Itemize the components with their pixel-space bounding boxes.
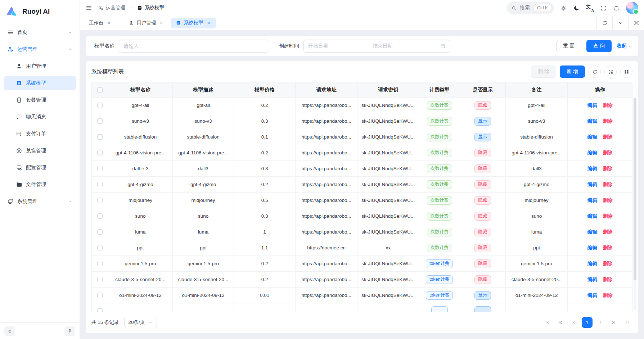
content-fullscreen-button[interactable]: [628, 16, 644, 30]
delete-link[interactable]: 删除: [603, 245, 613, 250]
fullscreen-icon[interactable]: [600, 5, 607, 12]
pin-icon[interactable]: [64, 326, 75, 336]
sidebar-item-user-management[interactable]: 用户管理: [4, 59, 76, 73]
row-checkbox[interactable]: [97, 150, 103, 155]
edit-link[interactable]: 编辑: [587, 103, 597, 108]
reset-button[interactable]: 重 置: [556, 40, 581, 52]
end-date-placeholder[interactable]: 结束日期: [373, 43, 437, 49]
row-checkbox[interactable]: [97, 293, 103, 298]
edit-link[interactable]: 编辑: [587, 213, 597, 219]
sidebar-item-system-management[interactable]: 系统管理: [4, 194, 76, 209]
edit-link[interactable]: 编辑: [587, 166, 597, 171]
tab-system-models[interactable]: 系统模型×: [171, 18, 216, 28]
add-button[interactable]: 新 增: [560, 65, 585, 78]
list-icon: [16, 80, 22, 86]
sidebar-item-file-management[interactable]: 文件管理: [4, 177, 76, 192]
row-checkbox[interactable]: [97, 198, 103, 203]
next-page-button[interactable]: [595, 317, 606, 328]
row-checkbox[interactable]: [97, 103, 103, 108]
sidebar-item-redeem-management[interactable]: 兑换管理: [4, 144, 76, 158]
edit-link[interactable]: 编辑: [587, 150, 597, 155]
delete-link[interactable]: 删除: [603, 213, 613, 219]
cell-name: suno-v3: [108, 113, 173, 129]
next-jump-button[interactable]: [608, 317, 619, 328]
prev-jump-button[interactable]: [555, 317, 566, 328]
page-size-select[interactable]: 20条/页: [124, 317, 157, 328]
edit-link[interactable]: 编辑: [587, 198, 597, 203]
sidebar-item-label: 套餐管理: [26, 97, 72, 103]
row-checkbox[interactable]: [97, 134, 103, 140]
edit-link[interactable]: 编辑: [587, 261, 597, 266]
delete-link[interactable]: 删除: [603, 150, 613, 155]
delete-selected-button[interactable]: 删 除: [531, 65, 556, 78]
hamburger-icon[interactable]: [86, 5, 92, 11]
query-button[interactable]: 查 询: [586, 40, 612, 52]
sidebar-item-system-models[interactable]: 系统模型: [4, 76, 76, 90]
row-checkbox[interactable]: [97, 308, 103, 312]
row-checkbox[interactable]: [97, 166, 103, 171]
select-all-checkbox[interactable]: [97, 87, 103, 93]
sidebar-item-chat-messages[interactable]: 聊天消息: [4, 110, 76, 124]
row-checkbox[interactable]: [97, 229, 103, 235]
delete-link[interactable]: 删除: [603, 134, 613, 140]
breadcrumb-item-operations[interactable]: 运营管理: [98, 5, 125, 11]
current-page-button[interactable]: 1: [582, 317, 593, 328]
select-all-header: [92, 82, 108, 98]
tab-workbench[interactable]: 工作台×: [84, 18, 116, 28]
tab-menu-button[interactable]: [612, 16, 628, 30]
edit-link[interactable]: 编辑: [587, 245, 597, 250]
row-checkbox[interactable]: [97, 118, 103, 124]
row-checkbox[interactable]: [97, 261, 103, 266]
delete-link[interactable]: 删除: [603, 198, 613, 203]
delete-link[interactable]: 删除: [603, 182, 613, 187]
sidebar-item-home[interactable]: 首页: [4, 25, 76, 40]
delete-link[interactable]: 删除: [603, 103, 613, 108]
edit-link[interactable]: 编辑: [587, 134, 597, 140]
start-date-placeholder[interactable]: 开始日期: [308, 43, 362, 49]
delete-link[interactable]: 删除: [603, 261, 613, 266]
translate-icon[interactable]: 文 A: [586, 4, 594, 12]
date-range-picker[interactable]: 开始日期 → 结束日期: [303, 40, 450, 53]
row-checkbox[interactable]: [97, 182, 103, 187]
gear-icon[interactable]: [560, 5, 567, 12]
row-checkbox[interactable]: [97, 213, 103, 219]
delete-link[interactable]: 删除: [603, 166, 613, 171]
column-settings-button[interactable]: [620, 65, 632, 78]
sidebar-collapse-button[interactable]: «: [4, 326, 15, 336]
breadcrumb-item-system-models[interactable]: 系统模型: [137, 5, 164, 11]
sidebar-item-config-management[interactable]: 配置管理: [4, 161, 76, 175]
row-checkbox[interactable]: [97, 277, 103, 282]
edit-link[interactable]: 编辑: [587, 277, 597, 282]
prev-page-button[interactable]: [568, 317, 579, 328]
row-checkbox[interactable]: [97, 245, 103, 250]
edit-link[interactable]: 编辑: [587, 118, 597, 124]
delete-link[interactable]: 删除: [603, 293, 613, 298]
edit-link[interactable]: 编辑: [587, 229, 597, 235]
sidebar-item-operations[interactable]: 运营管理: [4, 42, 76, 56]
delete-link[interactable]: 删除: [603, 277, 613, 282]
expand-icon: [608, 69, 613, 74]
sidebar-item-package-management[interactable]: 套餐管理: [4, 93, 76, 107]
sidebar-item-payment-orders[interactable]: 支付订单: [4, 127, 76, 141]
close-icon[interactable]: ×: [159, 20, 164, 26]
reload-table-button[interactable]: [589, 65, 601, 78]
refresh-tab-button[interactable]: [596, 16, 612, 30]
close-icon[interactable]: ×: [206, 20, 211, 26]
edit-link[interactable]: 编辑: [587, 182, 597, 187]
delete-link[interactable]: 删除: [603, 229, 613, 235]
close-icon[interactable]: ×: [107, 20, 112, 26]
collapse-filter-link[interactable]: 收起: [617, 43, 632, 49]
tab-user-management[interactable]: 用户管理×: [124, 18, 169, 28]
delete-link[interactable]: 删除: [603, 118, 613, 124]
last-page-button[interactable]: [622, 317, 632, 328]
dark-mode-moon-icon[interactable]: [573, 5, 580, 12]
global-search[interactable]: 搜索 Ctrl K: [506, 2, 554, 14]
edit-link[interactable]: 编辑: [587, 293, 597, 298]
first-page-button[interactable]: [542, 317, 553, 328]
model-name-input[interactable]: [119, 40, 268, 53]
table-scrollbar[interactable]: [634, 98, 636, 310]
bell-icon[interactable]: [613, 5, 620, 12]
user-avatar[interactable]: [626, 2, 638, 14]
scrollbar-thumb[interactable]: [634, 98, 636, 280]
expand-table-button[interactable]: [604, 65, 617, 78]
